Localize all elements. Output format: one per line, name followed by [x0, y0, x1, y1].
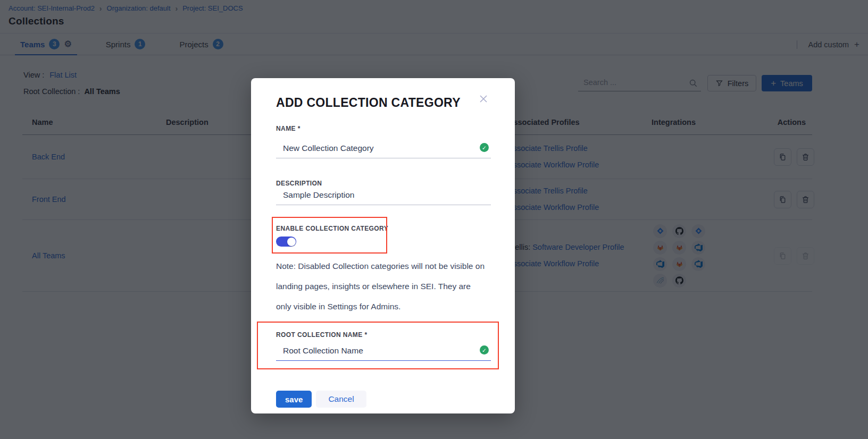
modal-note-text: Note: Disabled Collection categories wil… — [276, 256, 485, 317]
close-icon[interactable] — [478, 93, 489, 105]
root-collection-name-label: ROOT COLLECTION NAME * — [276, 331, 367, 339]
add-collection-category-modal: ADD COLLECTION CATEGORY NAME * ✓ DESCRIP… — [251, 78, 515, 413]
description-field — [276, 188, 491, 205]
enable-category-annotation-box — [272, 217, 387, 254]
save-button[interactable]: save — [276, 391, 312, 408]
name-field: ✓ — [276, 141, 491, 158]
root-collection-name-input[interactable] — [276, 343, 491, 361]
name-field-label: NAME * — [276, 125, 301, 132]
toggle-knob — [287, 238, 296, 246]
modal-title: ADD COLLECTION CATEGORY — [276, 96, 461, 110]
modal-buttons-row: save Cancel — [276, 391, 366, 408]
enable-collection-category-toggle[interactable] — [276, 237, 296, 247]
description-input[interactable] — [276, 188, 491, 205]
enable-collection-category-label: ENABLE COLLECTION CATEGORY — [276, 225, 388, 232]
valid-check-icon: ✓ — [480, 345, 489, 354]
valid-check-icon: ✓ — [480, 143, 489, 152]
cancel-button[interactable]: Cancel — [316, 391, 366, 408]
name-input[interactable] — [276, 141, 491, 158]
root-collection-name-field: ✓ — [276, 343, 491, 361]
description-field-label: DESCRIPTION — [276, 180, 322, 187]
